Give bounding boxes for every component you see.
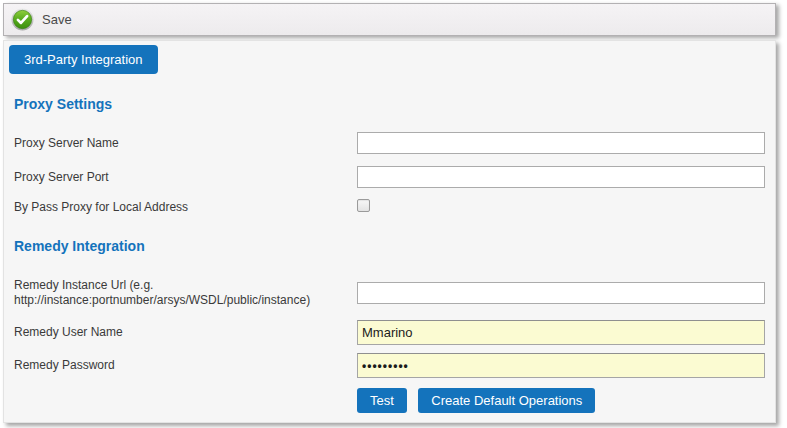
proxy-server-port-label: Proxy Server Port [14, 170, 357, 185]
section-title-remedy-integration: Remedy Integration [14, 238, 775, 254]
toolbar: Save [3, 3, 776, 36]
remedy-password-input[interactable] [357, 353, 765, 378]
form-row-proxy-server-port: Proxy Server Port [4, 166, 775, 188]
remedy-instance-url-label: Remedy Instance Url (e.g. http://instanc… [14, 278, 357, 308]
settings-panel: 3rd-Party Integration Proxy Settings Pro… [3, 40, 776, 423]
remedy-instance-url-input[interactable] [357, 282, 765, 304]
create-default-operations-button[interactable]: Create Default Operations [418, 388, 595, 413]
form-row-proxy-server-name: Proxy Server Name [4, 132, 775, 154]
section-title-proxy-settings: Proxy Settings [14, 96, 775, 112]
save-label: Save [42, 12, 72, 27]
test-button[interactable]: Test [357, 388, 407, 413]
form-row-remedy-password: Remedy Password [4, 353, 775, 378]
remedy-user-name-label: Remedy User Name [14, 325, 357, 340]
save-check-icon [11, 8, 34, 31]
form-row-bypass-proxy: By Pass Proxy for Local Address [4, 198, 775, 216]
remedy-user-name-input[interactable] [357, 320, 765, 345]
form-row-remedy-user-name: Remedy User Name [4, 320, 775, 345]
proxy-server-name-label: Proxy Server Name [14, 136, 357, 151]
bypass-proxy-checkbox[interactable] [357, 199, 370, 212]
proxy-server-name-input[interactable] [357, 132, 765, 154]
form-row-remedy-instance-url: Remedy Instance Url (e.g. http://instanc… [4, 278, 775, 308]
tab-3rd-party-integration[interactable]: 3rd-Party Integration [9, 45, 158, 74]
remedy-password-label: Remedy Password [14, 358, 357, 373]
proxy-server-port-input[interactable] [357, 166, 765, 188]
form-row-action-buttons: Test Create Default Operations [4, 388, 775, 413]
bypass-proxy-label: By Pass Proxy for Local Address [14, 200, 357, 215]
save-button[interactable]: Save [11, 8, 72, 31]
